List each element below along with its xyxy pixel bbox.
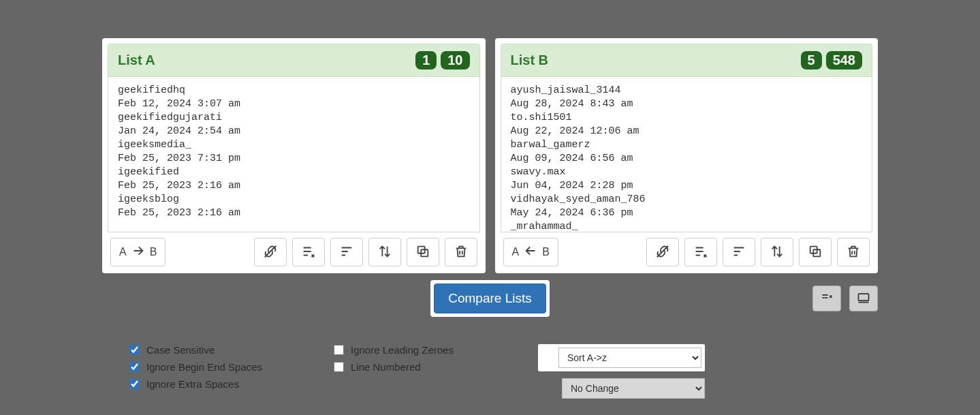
- swap-button-a[interactable]: [368, 238, 401, 266]
- copy-button-b[interactable]: [799, 238, 832, 266]
- copy-icon: [808, 244, 823, 261]
- unlink-icon: [263, 244, 278, 261]
- trash-icon: [454, 244, 469, 261]
- move-b-to-a-button[interactable]: A B: [503, 238, 558, 266]
- ignore-extra-label: Ignore Extra Spaces: [146, 378, 239, 390]
- arrow-left-icon: [523, 243, 538, 261]
- list-a-content: geekifiedhq Feb 12, 2024 3:07 am geekifi…: [118, 84, 470, 220]
- sort-select[interactable]: Sort A->z: [558, 348, 701, 368]
- case-sensitive-input[interactable]: [129, 345, 140, 355]
- ignore-begin-end-label: Ignore Begin End Spaces: [146, 361, 262, 373]
- monitor-icon: [857, 291, 870, 307]
- ignore-zero-label: Ignore Leading Zeroes: [351, 344, 454, 356]
- ab-b-label-b: B: [542, 246, 550, 258]
- list-b-toolbar: A B: [501, 232, 873, 268]
- list-a-title: List A: [118, 52, 155, 68]
- copy-icon: [415, 244, 430, 261]
- list-b-header: List B 5 548: [501, 44, 873, 77]
- list-a-toolbar: A B: [108, 232, 480, 268]
- list-a-badges: 1 10: [415, 51, 469, 70]
- delete-button-b[interactable]: [837, 238, 870, 266]
- case-sensitive-label: Case Sensitive: [146, 344, 215, 356]
- ab-b-label: B: [150, 246, 157, 258]
- ignore-zero-checkbox[interactable]: Ignore Leading Zeroes: [334, 344, 511, 356]
- sort-icon: [731, 244, 746, 261]
- swap-vertical-icon: [377, 244, 392, 261]
- unlink-button-b[interactable]: [646, 238, 679, 266]
- move-a-to-b-button[interactable]: A B: [110, 238, 165, 266]
- ab-a-label-b: A: [512, 246, 520, 258]
- unlink-button-a[interactable]: [254, 238, 287, 266]
- line-numbered-input[interactable]: [334, 362, 344, 372]
- delete-button-a[interactable]: [445, 238, 477, 266]
- options-row: Case Sensitive Ignore Begin End Spaces I…: [0, 317, 980, 399]
- line-numbered-checkbox[interactable]: Line Numbered: [334, 361, 511, 373]
- list-b-badge-count: 548: [826, 51, 862, 70]
- change-select[interactable]: No Change: [562, 378, 705, 399]
- swap-vertical-icon: [770, 244, 785, 261]
- ignore-begin-end-checkbox[interactable]: Ignore Begin End Spaces: [129, 361, 306, 373]
- sort-button-a[interactable]: [330, 238, 363, 266]
- ab-a-label: A: [119, 246, 127, 258]
- ignore-extra-input[interactable]: [129, 379, 140, 389]
- line-numbered-label: Line Numbered: [351, 361, 421, 373]
- list-b-textarea[interactable]: ayush_jaiswal_3144 Aug 28, 2024 8:43 am …: [501, 77, 873, 232]
- compare-lists-button[interactable]: Compare Lists: [434, 283, 546, 313]
- clear-format-button-b[interactable]: [684, 238, 717, 266]
- ignore-zero-input[interactable]: [334, 345, 344, 355]
- list-b-badge-dup: 5: [801, 51, 822, 70]
- list-b-content: ayush_jaiswal_3144 Aug 28, 2024 8:43 am …: [511, 84, 863, 232]
- list-b-panel: List B 5 548 ayush_jaiswal_3144 Aug 28, …: [495, 38, 879, 273]
- sort-icon: [339, 244, 354, 261]
- copy-button-a[interactable]: [407, 238, 439, 266]
- list-b-title: List B: [511, 52, 549, 68]
- trash-icon: [846, 244, 861, 261]
- ignore-begin-end-input[interactable]: [129, 362, 140, 372]
- format-clear-icon: [693, 244, 708, 261]
- sort-select-wrap: Sort A->z: [538, 344, 705, 371]
- clear-format-button-a[interactable]: [292, 238, 325, 266]
- arrow-right-icon: [131, 243, 146, 261]
- list-a-panel: List A 1 10 geekifiedhq Feb 12, 2024 3:0…: [102, 38, 486, 273]
- compare-wrap: Compare Lists: [430, 280, 550, 317]
- ignore-extra-checkbox[interactable]: Ignore Extra Spaces: [129, 378, 306, 390]
- list-b-badges: 5 548: [801, 51, 863, 70]
- sort-button-b[interactable]: [723, 238, 755, 266]
- swap-button-b[interactable]: [761, 238, 793, 266]
- list-a-badge-count: 10: [441, 51, 469, 70]
- list-a-header: List A 1 10: [108, 44, 480, 77]
- unlink-icon: [655, 244, 670, 261]
- fullscreen-button[interactable]: [849, 286, 878, 311]
- svg-rect-4: [859, 294, 869, 301]
- format-clear-icon: [301, 244, 316, 261]
- list-a-textarea[interactable]: geekifiedhq Feb 12, 2024 3:07 am geekifi…: [108, 77, 480, 232]
- list-a-badge-dup: 1: [415, 51, 437, 70]
- case-sensitive-checkbox[interactable]: Case Sensitive: [129, 344, 306, 356]
- collapse-icon: [820, 291, 834, 307]
- collapse-options-button[interactable]: [812, 286, 841, 311]
